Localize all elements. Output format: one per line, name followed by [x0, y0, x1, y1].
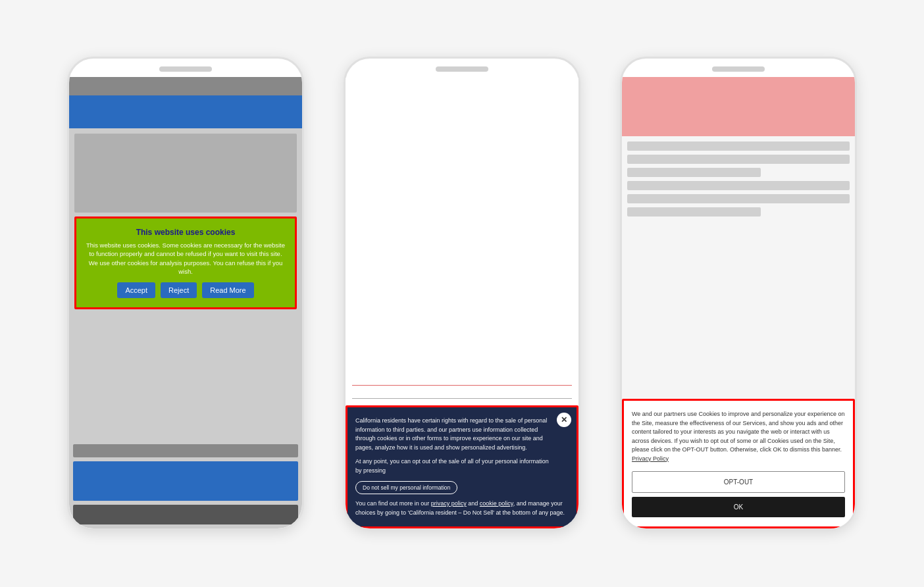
- p3-line-3: [627, 168, 761, 177]
- phone-1: This website uses cookies This website u…: [67, 57, 304, 530]
- phone2-content: ✕ California residents have certain righ…: [346, 77, 578, 528]
- cookie-banner-phone1: This website uses cookies This website u…: [74, 217, 297, 309]
- p3-line-6: [627, 207, 761, 217]
- phone-screen-3: We and our partners use Cookies to impro…: [622, 77, 855, 528]
- p3-line-5: [627, 194, 850, 203]
- phone-2: ✕ California residents have certain righ…: [344, 57, 580, 530]
- cookie-para1-phone2: California residents have certain rights…: [355, 417, 569, 452]
- ok-button-phone3[interactable]: OK: [632, 497, 845, 517]
- privacy-link-phone3[interactable]: Privacy Policy: [632, 455, 669, 462]
- p3-gray-lines: [622, 136, 855, 399]
- cookie-body-phone3: We and our partners use Cookies to impro…: [632, 410, 845, 463]
- p1-gray-block: [74, 134, 297, 213]
- reject-button-phone1[interactable]: Reject: [161, 282, 197, 298]
- p3-pink-bar: [622, 77, 855, 136]
- p3-line-4: [627, 181, 850, 190]
- cookie-body-phone1: This website uses cookies. Some cookies …: [84, 241, 287, 276]
- cookie-banner-phone2: ✕ California residents have certain righ…: [346, 405, 578, 528]
- phones-container: This website uses cookies This website u…: [41, 30, 883, 557]
- privacy-link-phone2[interactable]: privacy policy: [431, 500, 467, 507]
- phone-3: We and our partners use Cookies to impro…: [620, 57, 857, 530]
- phone3-content: We and our partners use Cookies to impro…: [622, 77, 855, 528]
- p1-bottom-gray: [73, 444, 298, 457]
- p2-white-area: [346, 77, 578, 405]
- phone-notch-2: [436, 66, 488, 72]
- p1-content-area: This website uses cookies This website u…: [69, 128, 302, 440]
- accept-button-phone1[interactable]: Accept: [117, 282, 155, 298]
- cookie-policy-link-phone2[interactable]: cookie policy: [480, 500, 513, 507]
- close-button-phone2[interactable]: ✕: [557, 413, 571, 427]
- opt-out-button-phone3[interactable]: OPT-OUT: [632, 471, 845, 493]
- phone-screen-2: ✕ California residents have certain righ…: [346, 77, 578, 528]
- cookie-para2-phone2: At any point, you can opt out of the sal…: [355, 457, 569, 475]
- cookie-banner-phone3: We and our partners use Cookies to impro…: [622, 399, 855, 528]
- phone-notch-3: [712, 66, 765, 72]
- p1-blue-bar: [69, 95, 302, 128]
- opt-out-pill-phone2[interactable]: Do not sell my personal information: [355, 481, 457, 494]
- p1-bottom-blue: [73, 461, 298, 501]
- p1-gray-bar: [69, 77, 302, 95]
- p2-red-line: [352, 385, 572, 386]
- p1-bottom-area: [69, 440, 302, 528]
- phone1-content: This website uses cookies This website u…: [69, 77, 302, 528]
- phone-screen-1: This website uses cookies This website u…: [69, 77, 302, 528]
- cookie-para3-phone2: You can find out more in our privacy pol…: [355, 499, 569, 517]
- phone-notch-1: [159, 66, 212, 72]
- cookie-buttons-phone1: Accept Reject Read More: [84, 282, 287, 298]
- p2-dark-line: [352, 398, 572, 399]
- p3-line-1: [627, 141, 850, 151]
- read-more-button-phone1[interactable]: Read More: [202, 282, 253, 298]
- p3-line-2: [627, 155, 850, 164]
- p1-bottom-dark: [73, 505, 298, 524]
- cookie-title-phone1: This website uses cookies: [84, 228, 287, 237]
